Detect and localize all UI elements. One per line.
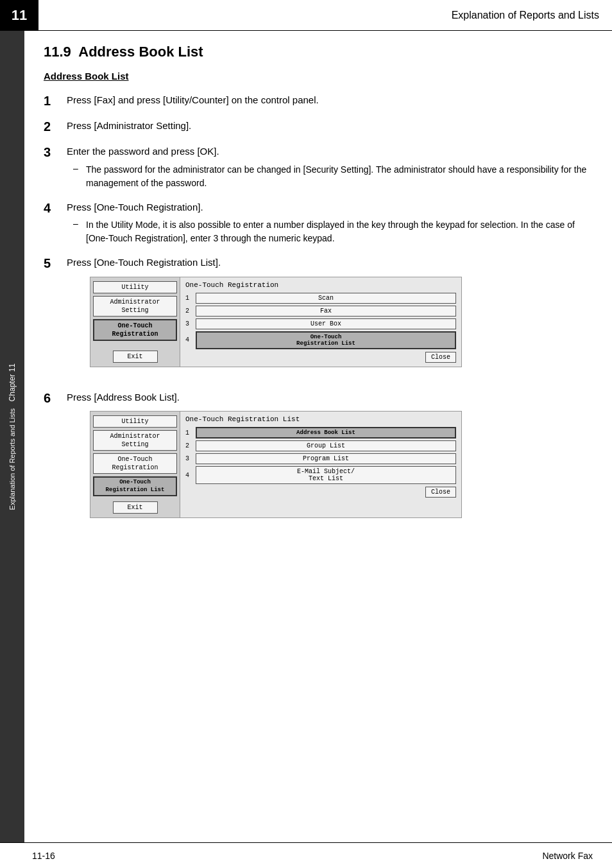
sidebar-chapter-label: Chapter 11 [8, 363, 17, 401]
step-content-5: Press [One-Touch Registration List]. Uti… [67, 256, 593, 380]
screen2-item-label-4[interactable]: E-Mail Subject/Text List [196, 466, 456, 484]
step-content-1: Press [Fax] and press [Utility/Counter] … [67, 93, 593, 108]
page-footer: 11-16 Network Fax [0, 842, 612, 868]
screen-mockup-1: Utility AdministratorSetting One-TouchRe… [90, 277, 462, 367]
step-content-2: Press [Administrator Setting]. [67, 119, 593, 134]
screen2-item-num-1: 1 [185, 430, 196, 437]
screen1-close-row: Close [185, 352, 456, 363]
screen1-btn-onetouch[interactable]: One-TouchRegistration [93, 319, 177, 341]
screen1-menu-item-1[interactable]: 1 Scan [185, 293, 456, 304]
screen2-item-num-3: 3 [185, 455, 196, 462]
page-header: 11 Explanation of Reports and Lists [0, 0, 612, 31]
screen1-item-num-1: 1 [185, 295, 196, 302]
sidebar-section-label: Explanation of Reports and Lists [8, 408, 16, 510]
screen2-menu-item-3[interactable]: 3 Program List [185, 453, 456, 464]
screen2-item-label-1[interactable]: Address Book List [196, 427, 456, 438]
screen2-btn-utility[interactable]: Utility [93, 415, 177, 428]
step-text-6: Press [Address Book List]. [67, 390, 593, 405]
step-2: 2 Press [Administrator Setting]. [44, 119, 593, 134]
header-title: Explanation of Reports and Lists [38, 0, 612, 30]
screen2-item-num-4: 4 [185, 472, 196, 479]
step-number-5: 5 [44, 256, 67, 271]
step-content-4: Press [One-Touch Registration]. – In the… [67, 200, 593, 246]
step-text-1: Press [Fax] and press [Utility/Counter] … [67, 93, 593, 108]
step-4: 4 Press [One-Touch Registration]. – In t… [44, 200, 593, 246]
screen1-right-panel: One-Touch Registration 1 Scan 2 Fax 3 Us… [180, 277, 461, 367]
footer-page-number: 11-16 [32, 851, 55, 861]
step-number-2: 2 [44, 119, 67, 134]
screen1-menu-item-2[interactable]: 2 Fax [185, 306, 456, 317]
screen2-btn-admin[interactable]: AdministratorSetting [93, 430, 177, 451]
step-3: 3 Enter the password and press [OK]. – T… [44, 144, 593, 190]
screen1-item-num-3: 3 [185, 320, 196, 327]
screen2-close-row: Close [185, 487, 456, 498]
step-content-3: Enter the password and press [OK]. – The… [67, 144, 593, 190]
screen2-left-panel: Utility AdministratorSetting One-TouchRe… [90, 412, 180, 517]
chapter-number: 11 [0, 0, 38, 31]
screen2-exit-btn[interactable]: Exit [113, 501, 158, 514]
screen1-left-panel: Utility AdministratorSetting One-TouchRe… [90, 277, 180, 367]
screen2-menu-item-4[interactable]: 4 E-Mail Subject/Text List [185, 466, 456, 484]
screen2-right-panel: One-Touch Registration List 1 Address Bo… [180, 412, 461, 517]
step-number-3: 3 [44, 144, 67, 160]
screen2-item-label-3[interactable]: Program List [196, 453, 456, 464]
screen2-btn-onetouchlist[interactable]: One-TouchRegistration List [93, 476, 177, 496]
step-note-4: – In the Utility Mode, it is also possib… [67, 218, 593, 245]
step-note-text-3: The password for the administrator can b… [86, 163, 593, 190]
screen2-menu-item-1[interactable]: 1 Address Book List [185, 427, 456, 438]
screen1-item-label-3[interactable]: User Box [196, 318, 456, 329]
step-content-6: Press [Address Book List]. Utility Admin… [67, 390, 593, 532]
step-number-1: 1 [44, 93, 67, 108]
screen1-item-label-1[interactable]: Scan [196, 293, 456, 304]
step-text-3: Enter the password and press [OK]. [67, 144, 593, 159]
step-text-2: Press [Administrator Setting]. [67, 119, 593, 134]
dash-4: – [73, 218, 86, 245]
screen2-close-btn[interactable]: Close [425, 487, 456, 498]
screen2-right-title: One-Touch Registration List [185, 415, 456, 423]
screen2-btn-onetouch[interactable]: One-TouchRegistration [93, 453, 177, 474]
screen1-exit-btn[interactable]: Exit [113, 351, 158, 363]
screen1-item-label-4[interactable]: One-TouchRegistration List [196, 331, 456, 349]
step-number-4: 4 [44, 200, 67, 216]
screen1-item-num-2: 2 [185, 308, 196, 315]
step-6: 6 Press [Address Book List]. Utility Adm… [44, 390, 593, 532]
sidebar: Chapter 11 Explanation of Reports and Li… [0, 31, 24, 842]
screen1-menu-item-4[interactable]: 4 One-TouchRegistration List [185, 331, 456, 349]
screen1-btn-utility[interactable]: Utility [93, 281, 177, 293]
step-text-4: Press [One-Touch Registration]. [67, 200, 593, 215]
dash-3: – [73, 163, 86, 190]
screen2-item-label-2[interactable]: Group List [196, 440, 456, 451]
screen1-btn-admin[interactable]: AdministratorSetting [93, 296, 177, 317]
screen1-menu-item-3[interactable]: 3 User Box [185, 318, 456, 329]
step-5: 5 Press [One-Touch Registration List]. U… [44, 256, 593, 380]
main-content: 11.9 Address Book List Address Book List… [24, 31, 612, 554]
screen-mockup-2: Utility AdministratorSetting One-TouchRe… [90, 411, 462, 518]
step-text-5: Press [One-Touch Registration List]. [67, 256, 593, 270]
screen1-item-label-2[interactable]: Fax [196, 306, 456, 317]
step-note-3: – The password for the administrator can… [67, 163, 593, 190]
section-heading: 11.9 Address Book List [44, 44, 593, 60]
screen2-item-num-2: 2 [185, 442, 196, 449]
screen2-menu-item-2[interactable]: 2 Group List [185, 440, 456, 451]
screen1-close-btn[interactable]: Close [425, 352, 456, 363]
step-number-6: 6 [44, 390, 67, 406]
step-note-text-4: In the Utility Mode, it is also possible… [86, 218, 593, 245]
screen1-right-title: One-Touch Registration [185, 281, 456, 289]
section-subheading: Address Book List [44, 71, 593, 82]
screen1-item-num-4: 4 [185, 336, 196, 343]
step-1: 1 Press [Fax] and press [Utility/Counter… [44, 93, 593, 108]
footer-section-title: Network Fax [542, 851, 593, 861]
